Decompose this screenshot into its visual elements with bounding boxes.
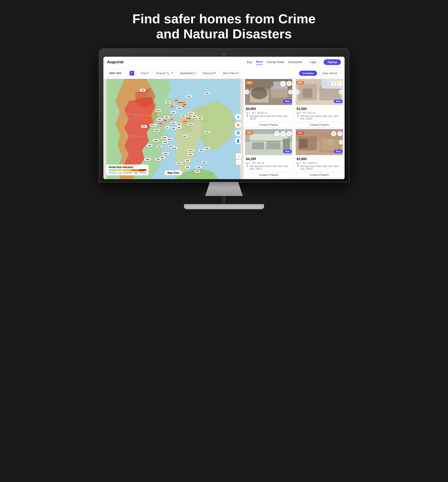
zoom-out-button[interactable]: − bbox=[236, 159, 241, 165]
price-tag: $3k bbox=[187, 153, 193, 156]
filterbar: 🔍 Price ▾ Property Ty... ▾ Beds/Baths ▾ bbox=[104, 68, 344, 79]
navbar-links: Buy Rent County Risks Enterprise Login S… bbox=[247, 59, 341, 65]
map-legend: Global Risk Indicators Very low Low bbox=[106, 164, 149, 175]
listing-price: $4,850 bbox=[246, 107, 291, 111]
next-image-button[interactable]: › bbox=[339, 90, 344, 94]
nav-rent[interactable]: Rent bbox=[256, 59, 263, 65]
listings-panel: 46% New ＋ ♡ ‹ › $4,850 bbox=[243, 79, 344, 179]
baths-info: 🚿 1 bbox=[302, 112, 307, 114]
contact-property-button[interactable]: Contact Property bbox=[246, 172, 291, 178]
listing-info: $3,900 🛏 1 🚿 1 ⊞ 600 sq 📍 150 west 51st … bbox=[294, 155, 344, 179]
contact-property-button[interactable]: Contact Property bbox=[246, 122, 291, 128]
price-tag: $2k bbox=[170, 111, 176, 114]
chevron-down-icon: ▾ bbox=[237, 71, 239, 75]
price-tag: $5k bbox=[184, 166, 190, 169]
next-image-button[interactable]: › bbox=[339, 140, 344, 145]
signup-button[interactable]: Signup bbox=[324, 59, 341, 65]
chevron-down-icon: ▾ bbox=[147, 71, 149, 75]
price-tag: $4k bbox=[182, 135, 188, 138]
price-tag: $9k bbox=[157, 145, 162, 148]
risk-badge: 48% bbox=[245, 131, 253, 135]
contact-property-button[interactable]: Contact Property bbox=[296, 122, 342, 128]
nav-county-risks[interactable]: County Risks bbox=[266, 59, 285, 65]
price-tag: $28k bbox=[170, 147, 178, 150]
favorite-button[interactable]: ♡ bbox=[287, 131, 292, 136]
svg-point-32 bbox=[328, 139, 335, 146]
legend-moderate: Moderate bbox=[123, 171, 132, 174]
add-button[interactable]: ＋ bbox=[331, 131, 336, 136]
share-button[interactable]: ⤴ bbox=[331, 81, 336, 86]
hero-title: Find safer homes from Crime and Natural … bbox=[128, 11, 320, 42]
more-filters-button[interactable]: More Filters ▾ bbox=[220, 70, 241, 76]
favorite-button[interactable]: ♡ bbox=[287, 81, 292, 86]
listing-card: 46% New ＋ ♡ ‹ › $4,850 bbox=[243, 79, 294, 129]
add-button[interactable]: ＋ bbox=[280, 81, 286, 86]
property-type-filter[interactable]: Property Ty... ▾ bbox=[153, 70, 176, 76]
favorite-button[interactable]: ♡ bbox=[337, 81, 343, 86]
listing-address: 📍 416 west 52nd, New York, New york, 100… bbox=[246, 115, 291, 120]
legend-bar bbox=[109, 169, 146, 171]
price-tag: $4k bbox=[176, 126, 182, 129]
fire-risk-icon[interactable]: 🔥 bbox=[235, 122, 241, 128]
listing-meta: 🛏 1 🚿 1 ⊞ 600 sq bbox=[296, 162, 342, 164]
price-tag: $5k bbox=[196, 166, 202, 169]
legend-title: Global Risk Indicators bbox=[109, 166, 146, 169]
minus-button[interactable]: − bbox=[274, 131, 280, 136]
listing-price: $1,500 bbox=[296, 107, 342, 111]
main-content: $3k $3k $5k $3k$19k $6k $4k $4k $4k $30k… bbox=[104, 79, 344, 179]
baths-info: 🚿 1 bbox=[302, 162, 307, 164]
price-filter[interactable]: Price ▾ bbox=[138, 70, 152, 76]
sqft-info: ⊞ 0 sq bbox=[308, 112, 315, 114]
nav-enterprise[interactable]: Enterprise bbox=[288, 59, 302, 65]
price-tag: $525k bbox=[184, 117, 192, 120]
price-tag: $8k bbox=[162, 119, 168, 122]
legend-high: High bbox=[134, 171, 138, 174]
contact-property-button[interactable]: Contact Property bbox=[296, 172, 342, 178]
app: Augurisk Buy Rent County Risks Enterpris… bbox=[104, 57, 344, 179]
add-button[interactable]: ＋ bbox=[280, 131, 286, 136]
search-button[interactable]: 🔍 bbox=[129, 71, 134, 76]
location-icon: 📍 bbox=[246, 115, 249, 117]
beds-baths-filter[interactable]: Beds/Baths ▾ bbox=[178, 70, 198, 76]
flood-risk-icon[interactable]: 💧 bbox=[235, 114, 241, 120]
save-search-button[interactable]: Save Search bbox=[319, 70, 341, 76]
search-input[interactable] bbox=[109, 71, 128, 75]
price-tag: $4k bbox=[165, 101, 171, 104]
price-tag: $8k bbox=[162, 141, 168, 144]
prev-image-button[interactable]: ‹ bbox=[295, 90, 300, 94]
prev-image-button[interactable]: ‹ bbox=[245, 90, 249, 94]
favorite-button[interactable]: ♡ bbox=[337, 131, 343, 136]
risk-badge: 48% bbox=[296, 81, 304, 85]
price-tag: $30k bbox=[152, 139, 160, 142]
beds-info: 🛏 1 bbox=[246, 112, 250, 114]
risk-level-filter[interactable]: Risk level ▾ bbox=[200, 70, 219, 76]
price-tag: $3k bbox=[184, 159, 190, 162]
search-box: 🔍 bbox=[107, 70, 136, 77]
price-tag: $17k bbox=[150, 124, 157, 127]
map-view-button[interactable]: Map View bbox=[164, 170, 182, 175]
price-tag: $4k bbox=[154, 129, 160, 132]
next-image-button[interactable]: › bbox=[288, 90, 293, 94]
risk-badge: 46% bbox=[245, 81, 253, 85]
person-icon[interactable]: 👤 bbox=[235, 138, 241, 144]
navbar: Augurisk Buy Rent County Risks Enterpris… bbox=[104, 57, 344, 68]
price-tag: $17k bbox=[187, 112, 194, 115]
legend-labels: Very low Low Moderate High Severe bbox=[109, 171, 146, 174]
price-tag: $5k bbox=[199, 149, 204, 152]
login-button[interactable]: Login bbox=[306, 59, 320, 65]
beds-info: 🛏 2 bbox=[246, 162, 250, 164]
price-tag: $5k bbox=[155, 109, 161, 112]
zoom-in-button[interactable]: + bbox=[236, 153, 241, 159]
monitor-body: Augurisk Buy Rent County Risks Enterpris… bbox=[99, 49, 349, 182]
price-tag: $4k bbox=[169, 105, 175, 108]
compare-button[interactable]: Compare bbox=[299, 71, 317, 76]
legend-very-low: Very low bbox=[109, 171, 117, 174]
nav-buy[interactable]: Buy bbox=[247, 59, 252, 65]
price-tag: $3k bbox=[204, 131, 210, 134]
listing-image: 48% New ⤴ ♡ ‹ › bbox=[294, 79, 344, 105]
new-badge: New bbox=[283, 150, 292, 153]
price-tag: $3k bbox=[201, 161, 207, 164]
listing-meta: 🛏 0 🚿 1 ⊞ 0 sq bbox=[296, 112, 342, 114]
wind-risk-icon[interactable]: 🌀 bbox=[235, 130, 241, 136]
price-tag: $5k bbox=[204, 147, 210, 150]
